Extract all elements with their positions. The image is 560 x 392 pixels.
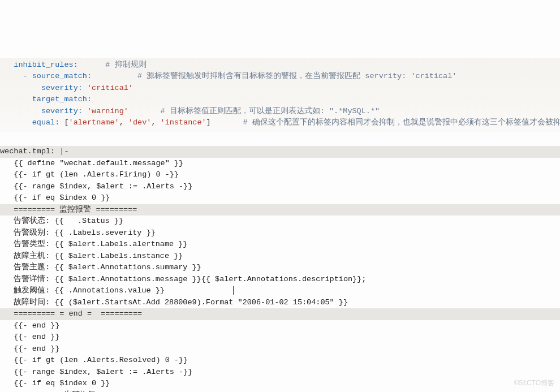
template-line: ========= = end = ========= [0, 308, 560, 320]
template-line: 告警级别: {{ .Labels.severity }} [0, 229, 156, 237]
template-section: wechat.tmpl: |- {{ define "wechat.defaul… [0, 144, 560, 392]
template-line: {{- range $index, $alert := .Alerts -}} [0, 368, 192, 376]
template-line: {{- end }} [0, 344, 59, 353]
text-cursor [233, 286, 234, 295]
template-line: {{- range $index, $alert := .Alerts -}} [0, 182, 192, 191]
template-line: 触发阈值: {{ .Annotations.value }} [0, 286, 165, 295]
yaml-string: 'warning' [87, 107, 128, 115]
yaml-key: severity: [41, 107, 83, 115]
template-line: {{- end }} [0, 321, 59, 330]
yaml-config-section: inhibit_rules: # 抑制规则 - source_match: # … [0, 58, 560, 132]
template-line: ========= 监控报警 ========= [0, 204, 560, 216]
template-line: 告警详情: {{ $alert.Annotations.message }}{{… [0, 275, 366, 283]
yaml-comment: # 目标标签值正则匹配，可以是正则表达式如: ".*MySQL.*" [161, 107, 380, 115]
yaml-key: - source_match: [23, 72, 92, 80]
yaml-key: equal: [32, 118, 60, 127]
yaml-comment: # 确保这个配置下的标签内容相同才会抑制，也就是说警报中必须有这三个标签值才会被… [243, 118, 560, 127]
template-line: {{ define "wechat.default.message" }} [0, 159, 183, 167]
yaml-key: target_match: [32, 95, 92, 104]
template-line: 故障主机: {{ $alert.Labels.instance }} [0, 252, 183, 260]
template-line: {{- if gt (len .Alerts.Firing) 0 -}} [0, 170, 179, 179]
code-document: inhibit_rules: # 抑制规则 - source_match: # … [0, 46, 560, 392]
template-line: {{- if eq $index 0 }} [0, 193, 110, 202]
yaml-key: severity: [41, 84, 83, 92]
yaml-string: 'alertname' [69, 118, 119, 127]
template-line: 告警状态: {{ .Status }} [0, 217, 123, 225]
template-line: {{- if gt (len .Alerts.Resolved) 0 -}} [0, 356, 188, 364]
yaml-comment: # 源标签警报触发时抑制含有目标标签的警报，在当前警报匹配 servrity: … [137, 72, 456, 80]
template-line: wechat.tmpl: |- [0, 146, 560, 158]
yaml-key: inhibit_rules: [14, 61, 77, 69]
template-line: {{- if eq $index 0 }} [0, 379, 110, 387]
yaml-string: 'instance' [161, 118, 206, 127]
template-line: 故障时间: {{ ($alert.StartsAt.Add 28800e9).F… [0, 298, 348, 307]
template-line: {{- end }} [0, 333, 59, 341]
watermark: ©51CTO博客 [514, 377, 554, 389]
template-line: 告警类型: {{ $alert.Labels.alertname }} [0, 240, 187, 248]
yaml-string: 'dev' [128, 118, 152, 127]
template-line: 告警主题: {{ $alert.Annotations.summary }} [0, 263, 201, 272]
yaml-string: 'critical' [87, 84, 133, 92]
yaml-comment: # 抑制规则 [105, 61, 146, 69]
